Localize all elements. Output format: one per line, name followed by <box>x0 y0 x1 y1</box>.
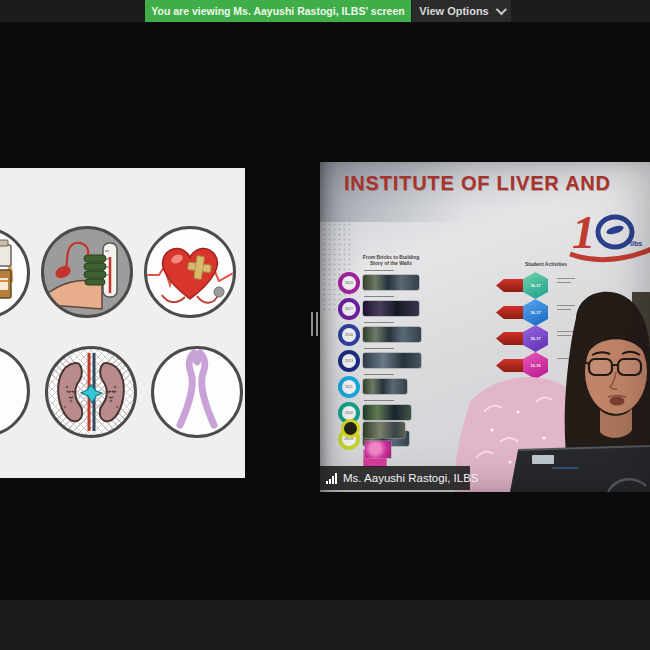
svg-text:1: 1 <box>572 206 596 258</box>
timeline-ring: 2017 <box>338 298 360 320</box>
chevron-down-icon <box>495 4 506 15</box>
cancer-ribbon-icon <box>151 346 243 438</box>
timeline-ring: 2016 <box>338 324 360 346</box>
speaker-video-tile: INSTITUTE OF LIVER AND 1 ilbs 10 From Br… <box>320 162 650 492</box>
medicines-drawing <box>0 230 27 316</box>
view-options-button[interactable]: View Options <box>412 0 511 22</box>
signal-bars-icon <box>326 473 337 484</box>
timeline-photo-strip <box>363 327 421 342</box>
viewing-screen-banner: You are viewing Ms. Aayushi Rastogi, ILB… <box>145 0 411 22</box>
timeline-photo-strip <box>363 275 419 290</box>
participant-name-text: Ms. Aayushi Rastogi, ILBS <box>343 472 479 484</box>
kidneys-drawing <box>48 349 134 435</box>
blood-pressure-drawing <box>44 229 130 315</box>
liver-drawing <box>0 348 27 434</box>
pink-photo <box>365 441 391 458</box>
svg-text:ilbs: ilbs <box>630 240 642 247</box>
timeline-ring: 2013 <box>338 350 360 372</box>
yellow-badge-photo <box>341 419 360 438</box>
timeline-photo-strip <box>363 379 407 394</box>
timeline-heading: From Bricks to Building Story of the Wal… <box>348 254 434 267</box>
medicines-icon <box>0 227 30 319</box>
timeline-ring: 2011 <box>338 376 360 398</box>
photo-strip <box>363 422 405 438</box>
pane-divider-handle[interactable] <box>311 312 319 336</box>
timeline-ring: 2020 <box>338 272 360 294</box>
viewing-screen-banner-text: You are viewing Ms. Aayushi Rastogi, ILB… <box>151 5 404 17</box>
top-bar: You are viewing Ms. Aayushi Rastogi, ILB… <box>0 0 650 22</box>
view-options-label: View Options <box>419 5 488 17</box>
shared-screen-slide: Cancer <box>0 168 245 478</box>
participant-name-tag: Ms. Aayushi Rastogi, ILBS <box>320 466 470 490</box>
liver-silhouette-icon <box>0 345 30 437</box>
institute-banner-title: INSTITUTE OF LIVER AND <box>344 172 611 195</box>
meeting-toolbar: rity 310 Participants Polls 1 <box>0 600 650 650</box>
kidneys-icon <box>45 346 137 438</box>
heart-drawing <box>147 229 233 315</box>
speaker-person <box>440 252 650 492</box>
timeline-photo-strip <box>363 405 411 420</box>
timeline-photo-strip <box>363 353 421 368</box>
awareness-ribbon-drawing <box>154 349 240 435</box>
divider-line <box>311 312 313 336</box>
blood-pressure-icon <box>41 226 133 318</box>
divider-line <box>316 312 318 336</box>
timeline-photo-strip <box>363 301 419 316</box>
heart-health-icon <box>144 226 236 318</box>
zoom-meeting-window: You are viewing Ms. Aayushi Rastogi, ILB… <box>0 0 650 650</box>
